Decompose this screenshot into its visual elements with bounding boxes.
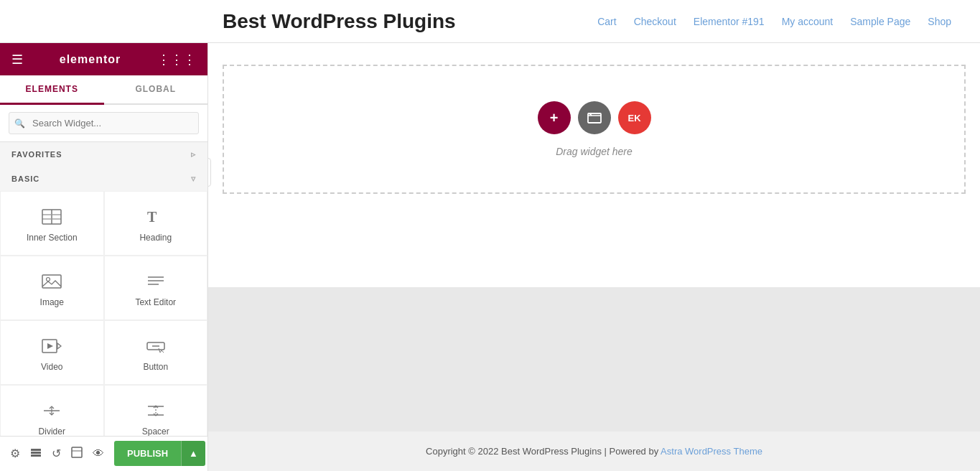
nav-myaccount[interactable]: My account (782, 16, 834, 27)
canvas-inner: + EK Drag widget here (208, 43, 980, 215)
canvas-area: ◂ + EK Drag widget here (208, 43, 980, 471)
sidebar-section-basic[interactable]: BASIC ▿ (0, 167, 207, 191)
nav-checkout[interactable]: Checkout (634, 16, 676, 27)
footer-text: Copyright © 2022 Best WordPress Plugins … (426, 446, 661, 457)
sidebar-tabs: ELEMENTS GLOBAL (0, 75, 207, 105)
favorites-label: FAVORITES (11, 150, 62, 159)
widget-grid: Inner Section T Heading Image (0, 191, 207, 435)
elementor-logo: elementor (60, 53, 121, 66)
footer-link[interactable]: Astra WordPress Theme (661, 446, 762, 457)
svg-rect-7 (42, 275, 61, 288)
button-icon (146, 336, 166, 356)
svg-marker-14 (47, 343, 53, 349)
chevron-down-icon: ▿ (191, 174, 196, 184)
widget-image[interactable]: Image (0, 256, 104, 320)
drop-buttons: + EK (538, 101, 651, 134)
drop-zone[interactable]: + EK Drag widget here (223, 65, 966, 194)
page-canvas: ◂ + EK Drag widget here (208, 43, 980, 287)
widget-label-video: Video (41, 362, 62, 372)
search-wrap (9, 112, 199, 134)
spacer-icon (146, 401, 166, 421)
svg-point-8 (47, 278, 50, 281)
history-icon[interactable]: ↺ (52, 447, 61, 460)
widget-spacer[interactable]: Spacer (104, 385, 208, 435)
top-nav: Cart Checkout Elementor #191 My account … (597, 16, 951, 27)
drop-zone-text: Drag widget here (556, 146, 633, 157)
collapse-sidebar-button[interactable]: ◂ (208, 158, 211, 187)
hamburger-icon[interactable]: ☰ (11, 52, 23, 67)
ek-button[interactable]: EK (618, 101, 651, 134)
add-widget-button[interactable]: + (538, 101, 571, 134)
template-icon[interactable] (71, 447, 83, 461)
divider-icon (42, 401, 62, 421)
sidebar-topbar: ☰ elementor ⋮⋮⋮ (0, 43, 207, 75)
eye-icon[interactable]: 👁 (93, 447, 104, 460)
bottom-toolbar: ⚙ ↺ 👁 PUBLISH ▲ (0, 436, 207, 471)
widget-label-inner-section: Inner Section (27, 233, 78, 243)
widget-label-divider: Divider (39, 426, 65, 435)
top-header: Best WordPress Plugins Cart Checkout Ele… (0, 0, 980, 43)
settings-icon[interactable]: ⚙ (10, 447, 20, 460)
widget-divider[interactable]: Divider (0, 385, 104, 435)
widget-label-heading: Heading (139, 233, 172, 243)
canvas-footer: Copyright © 2022 Best WordPress Plugins … (208, 432, 980, 471)
grid-icon[interactable]: ⋮⋮⋮ (157, 52, 196, 67)
nav-sample-page[interactable]: Sample Page (850, 16, 910, 27)
publish-button[interactable]: PUBLISH (114, 441, 181, 466)
svg-rect-25 (31, 454, 41, 457)
layers-icon[interactable] (30, 447, 42, 461)
svg-text:T: T (147, 209, 157, 225)
publish-arrow-button[interactable]: ▲ (181, 441, 205, 466)
folder-button[interactable] (578, 101, 611, 134)
svg-rect-24 (31, 452, 41, 454)
widget-inner-section[interactable]: Inner Section (0, 191, 104, 256)
widget-video[interactable]: Video (0, 320, 104, 385)
canvas-row: ◂ + EK Drag widget here (208, 43, 980, 215)
widget-label-image: Image (40, 297, 64, 307)
main-layout: ☰ elementor ⋮⋮⋮ ELEMENTS GLOBAL FAVORITE… (0, 43, 980, 471)
widget-label-text-editor: Text Editor (135, 297, 176, 307)
nav-elementor[interactable]: Elementor #191 (694, 16, 765, 27)
nav-shop[interactable]: Shop (928, 16, 951, 27)
widget-button[interactable]: Button (104, 320, 208, 385)
sidebar-search (0, 105, 207, 142)
search-input[interactable] (9, 112, 199, 134)
nav-cart[interactable]: Cart (597, 16, 616, 27)
heading-icon: T (146, 207, 166, 227)
svg-marker-13 (57, 343, 61, 349)
publish-group: PUBLISH ▲ (114, 441, 205, 466)
sidebar: ☰ elementor ⋮⋮⋮ ELEMENTS GLOBAL FAVORITE… (0, 43, 208, 471)
svg-rect-28 (588, 113, 601, 123)
widget-text-editor[interactable]: Text Editor (104, 256, 208, 320)
text-editor-icon (146, 271, 166, 292)
svg-rect-26 (72, 447, 82, 457)
basic-label: BASIC (11, 174, 39, 183)
widget-heading[interactable]: T Heading (104, 191, 208, 256)
widget-label-spacer: Spacer (142, 426, 169, 435)
tab-global[interactable]: GLOBAL (104, 75, 208, 103)
sidebar-section-favorites[interactable]: FAVORITES ▹ (0, 142, 207, 167)
video-icon (42, 336, 62, 356)
image-icon (42, 271, 62, 292)
site-title: Best WordPress Plugins (223, 10, 456, 33)
chevron-right-icon: ▹ (191, 149, 196, 159)
canvas-content: ◂ + EK Drag widget here (208, 43, 980, 432)
widget-label-button: Button (143, 362, 168, 372)
inner-section-icon (42, 207, 62, 227)
svg-rect-23 (31, 449, 41, 451)
tab-elements[interactable]: ELEMENTS (0, 75, 104, 105)
